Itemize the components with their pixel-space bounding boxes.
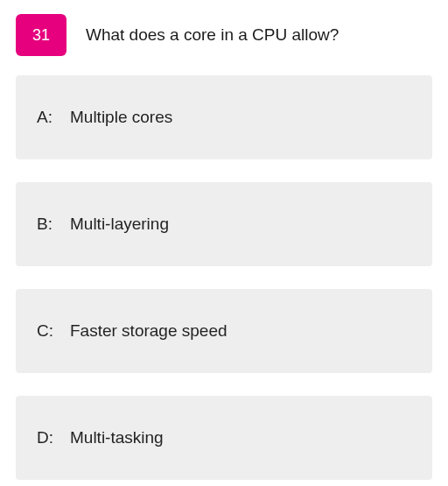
answer-option-d[interactable]: D: Multi-tasking [16, 396, 432, 480]
answer-letter: D: [37, 428, 54, 447]
answer-option-c[interactable]: C: Faster storage speed [16, 289, 432, 373]
answer-letter: C: [37, 321, 54, 341]
answer-option-a[interactable]: A: Multiple cores [16, 75, 432, 159]
answer-text: Multiple cores [70, 108, 172, 127]
quiz-container: 31 What does a core in a CPU allow? A: M… [0, 0, 448, 486]
answer-option-b[interactable]: B: Multi-layering [16, 182, 432, 266]
question-number-badge: 31 [16, 14, 66, 56]
answer-text: Multi-tasking [70, 428, 164, 447]
answer-text: Faster storage speed [70, 321, 228, 341]
answer-letter: B: [37, 215, 54, 234]
answer-text: Multi-layering [70, 215, 169, 234]
answer-letter: A: [37, 108, 54, 127]
answers-list: A: Multiple cores B: Multi-layering C: F… [16, 75, 432, 480]
question-text: What does a core in a CPU allow? [86, 24, 339, 47]
question-header: 31 What does a core in a CPU allow? [16, 14, 432, 56]
